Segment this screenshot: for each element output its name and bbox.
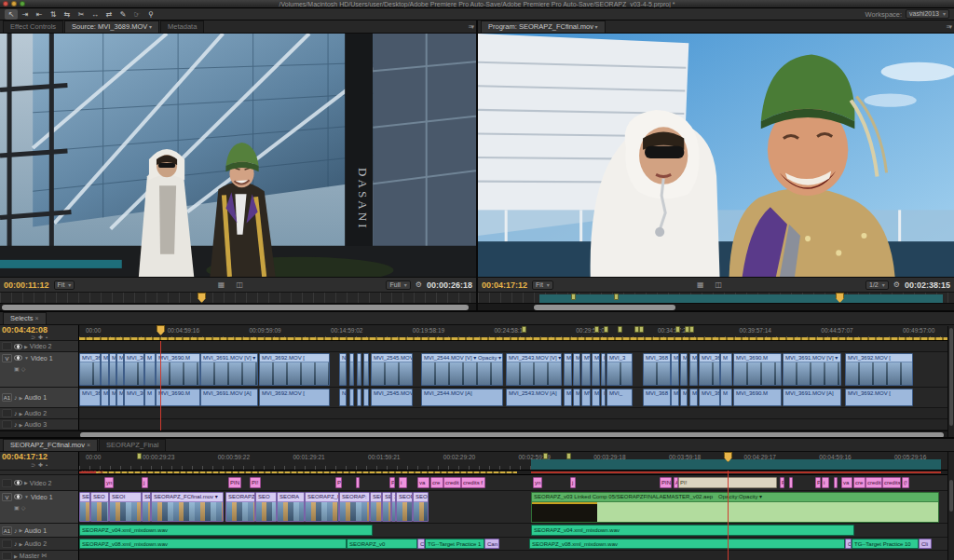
sequence-marker[interactable]: [543, 453, 548, 459]
t2-master-header[interactable]: ▶ Master ⋈: [0, 551, 79, 560]
timeline-clip[interactable]: Can: [484, 539, 499, 549]
timeline-clip[interactable]: MV: [581, 353, 591, 386]
tab-effect-controls[interactable]: Effect Controls: [3, 20, 63, 33]
zoom-window-icon[interactable]: [20, 1, 25, 7]
timeline-clip[interactable]: MVI_3692.MOV [: [259, 353, 330, 386]
timeline-clip[interactable]: My: [592, 353, 600, 386]
timeline-clip[interactable]: M: [109, 389, 116, 406]
timeline-clip[interactable]: MVI_2543.MOV [V] ▾: [506, 353, 562, 386]
pen-tool[interactable]: ✎: [116, 9, 129, 20]
timeline-clip[interactable]: [789, 477, 793, 488]
timeline-clip[interactable]: PI!: [250, 477, 261, 488]
target-box[interactable]: [2, 552, 12, 560]
timeline-clip[interactable]: MV: [581, 389, 591, 406]
t2-audio1-content[interactable]: SEORAPZ_v04.xml_mixdown.wavSEORAPZ_v04.x…: [79, 524, 947, 538]
sequence-marker[interactable]: [571, 294, 576, 300]
timeline-clip[interactable]: SEORAPZ_FCfinal.mov ▾: [151, 492, 224, 522]
timeline-clip[interactable]: MVI_: [606, 389, 633, 406]
t2-video2-header[interactable]: ▶ Video 2: [0, 475, 79, 491]
t1-audio2-content[interactable]: [79, 408, 947, 419]
t1-audio3-content[interactable]: [79, 419, 947, 430]
timeline-clip[interactable]: TG--Target Practice 1: [425, 539, 484, 549]
timeline-clip[interactable]: PIN: [228, 477, 241, 488]
timeline-clip[interactable]: MVI_3691.MOV [V] ▾: [200, 353, 258, 386]
t2-audio2-content[interactable]: SEORAPZ_v08.xml_mixdown.wavSEORAPZ_v0CTG…: [79, 538, 947, 551]
timeline-clip[interactable]: SEORAPZ_v08.xml_mixdown.wav: [79, 539, 347, 549]
speaker-icon[interactable]: ♪: [14, 540, 18, 547]
rate-stretch-tool[interactable]: ⇆: [61, 9, 74, 20]
timeline-clip[interactable]: [357, 389, 361, 406]
timeline1-workarea-bar[interactable]: [79, 337, 947, 340]
tab-program[interactable]: Program: SEORAPZ_FCfinal.mov: [481, 20, 606, 33]
t2-audio1-header[interactable]: A1 ♪ ▶ Audio 1: [0, 524, 79, 538]
target-box[interactable]: [2, 540, 12, 548]
source-scrollbar[interactable]: [0, 303, 476, 310]
timeline-clip[interactable]: credit: [443, 477, 461, 488]
sequence-marker[interactable]: [566, 453, 571, 459]
collapse-icon[interactable]: ▶: [14, 553, 18, 559]
set-marker-icon[interactable]: ✚: [38, 335, 43, 341]
hand-tool[interactable]: ☞: [130, 9, 143, 20]
collapse-icon[interactable]: ▶: [20, 422, 23, 428]
show-keyframes-icon[interactable]: ◇: [21, 366, 26, 373]
t1-audio2-header[interactable]: ♪ ▶ Audio 2: [0, 408, 79, 419]
set-marker-icon[interactable]: ✚: [38, 462, 43, 469]
snap-icon[interactable]: ⊃: [31, 462, 35, 469]
timeline1-timecode[interactable]: 00:04:42:08: [2, 326, 76, 335]
panel-menu-icon[interactable]: ≡▾: [468, 23, 473, 31]
collapse-icon[interactable]: ▶: [20, 411, 23, 417]
sequence-marker[interactable]: [137, 453, 142, 459]
timeline-clip[interactable]: SEO: [255, 492, 277, 522]
timeline-clip[interactable]: MVI_2545.MOV [A]: [371, 389, 413, 406]
timeline2-vscrollbar[interactable]: [947, 452, 954, 560]
program-video-frame[interactable]: [478, 34, 954, 277]
timeline-clip[interactable]: MVI_3692.MOV [: [259, 389, 330, 406]
timeline-clip[interactable]: credits f: [882, 477, 901, 488]
timeline-clip[interactable]: i: [822, 477, 829, 488]
selection-tool[interactable]: ↖: [5, 9, 18, 20]
output-settings-icon[interactable]: ◫: [236, 280, 243, 289]
timeline-clip[interactable]: MVI_3: [606, 353, 633, 386]
timeline-clip[interactable]: (!: [902, 477, 909, 488]
timeline-clip[interactable]: M: [144, 389, 156, 406]
timeline-clip[interactable]: MVI_368: [79, 353, 101, 386]
t1-audio3-header[interactable]: ♪ ▶ Audio 3: [0, 419, 79, 430]
timeline-clip[interactable]: j: [570, 477, 576, 488]
timeline-clip[interactable]: [363, 389, 369, 406]
timeline-clip[interactable]: Cli: [919, 539, 932, 549]
timeline-clip[interactable]: TG--Target Practice 10: [852, 539, 919, 549]
t1-video1-header[interactable]: V ▼ Video 1 ▣ ◇: [0, 352, 79, 388]
source-patch-box[interactable]: A1: [2, 526, 12, 535]
timeline-clip[interactable]: M: [109, 353, 116, 386]
collapse-icon[interactable]: ▶: [24, 344, 28, 349]
timeline-clip[interactable]: cre: [853, 477, 865, 488]
razor-tool[interactable]: ✂: [75, 9, 88, 20]
t2-video1-header[interactable]: V ▼ Video 1 ▣ ◇: [0, 491, 79, 524]
timeline-clip[interactable]: [349, 353, 354, 386]
t2-master-content[interactable]: [79, 551, 947, 560]
timeline-clip[interactable]: SEOR: [396, 492, 413, 522]
timeline-clip[interactable]: [834, 477, 838, 488]
collapse-icon[interactable]: ▶: [20, 395, 23, 401]
timeline-clip[interactable]: SE: [142, 492, 151, 522]
timeline-clip[interactable]: MVI_2544.MOV [A]: [421, 389, 503, 406]
track-output-icon[interactable]: [14, 344, 22, 349]
marker-menu-icon[interactable]: •: [46, 462, 48, 469]
source-timecode[interactable]: 00:00:11:12: [4, 280, 49, 290]
timeline-clip[interactable]: My: [592, 389, 600, 406]
ripple-edit-tool[interactable]: ⇤: [33, 9, 46, 20]
timeline-clip[interactable]: M: [720, 389, 732, 406]
timeline-clip[interactable]: MVI_3690.M: [156, 389, 200, 406]
timeline-clip[interactable]: P: [780, 477, 784, 488]
timeline1-ruler[interactable]: 00:0000:04:59:1600:09:59:0900:14:59:0200…: [79, 325, 947, 341]
track-select-tool[interactable]: ⇥: [19, 9, 32, 20]
sequence-marker[interactable]: [594, 326, 599, 333]
safe-margins-icon[interactable]: ▦: [697, 280, 704, 289]
program-scrubber[interactable]: [478, 292, 954, 303]
window-controls[interactable]: [3, 1, 25, 7]
timeline-clip[interactable]: MVI_3692.MOV [: [845, 353, 913, 386]
timeline-clip[interactable]: SEOI: [109, 492, 142, 522]
sequence-marker[interactable]: [639, 326, 644, 333]
timeline-clip[interactable]: MVI_3691.MOV [V] ▾: [783, 353, 841, 386]
t1-video1-content[interactable]: MVI_368MVMMMVI_36MMVI_3690.MMVI_3691.MOV…: [79, 352, 947, 388]
